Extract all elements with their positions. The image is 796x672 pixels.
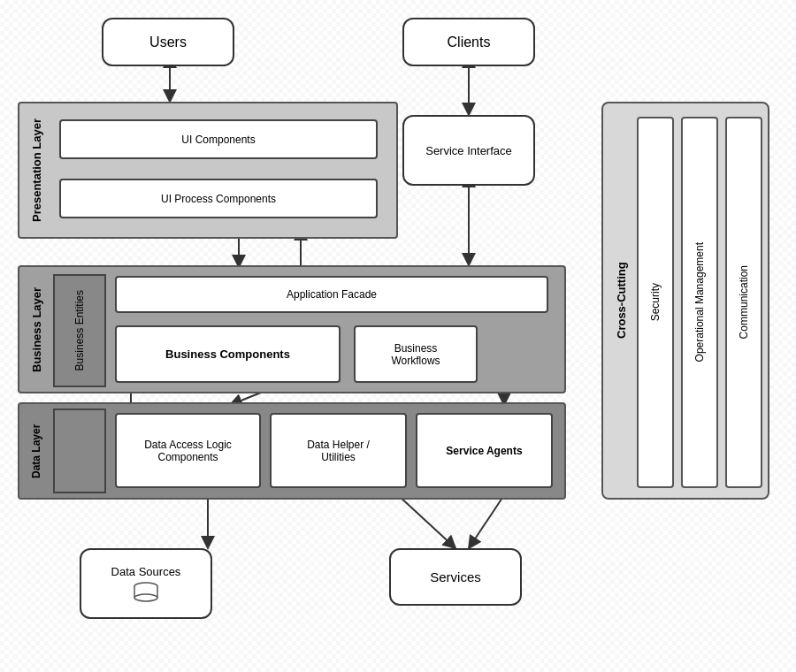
service-agents-box: Service Agents [416, 413, 553, 488]
communication-panel: Communication [725, 117, 762, 488]
services-box: Services [389, 548, 522, 606]
presentation-layer-label: Presentation Layer [23, 103, 50, 237]
business-workflows-label: Business Workflows [391, 342, 440, 367]
users-box: Users [102, 18, 234, 66]
business-entities-box: Business Entities [53, 274, 106, 387]
data-helper-box: Data Helper / Utilities [270, 413, 407, 488]
communication-label: Communication [738, 265, 750, 339]
service-interface-label: Service Interface [425, 144, 512, 157]
business-workflows-box: Business Workflows [354, 325, 478, 383]
business-components-label: Business Components [165, 347, 290, 361]
service-interface-box: Service Interface [402, 115, 535, 186]
application-facade-label: Application Facade [287, 288, 377, 301]
application-facade-box: Application Facade [115, 276, 548, 313]
presentation-layer: Presentation Layer UI Components UI Proc… [18, 102, 398, 239]
diagram-container: Users Clients Service Interface Presenta… [0, 0, 796, 672]
database-icon [133, 582, 159, 603]
data-helper-label: Data Helper / Utilities [307, 439, 370, 463]
data-sources-label: Data Sources [111, 565, 181, 578]
data-access-logic-box: Data Access Logic Components [115, 413, 261, 488]
operational-management-label: Operational Management [693, 242, 706, 362]
services-label: Services [430, 569, 481, 584]
business-layer: Business Layer Business Entities Applica… [18, 265, 566, 393]
data-access-logic-label: Data Access Logic Components [144, 439, 232, 463]
data-layer-label: Data Layer [23, 404, 50, 498]
clients-box: Clients [402, 18, 535, 66]
data-sources-box: Data Sources [80, 548, 212, 619]
users-label: Users [149, 34, 187, 50]
svg-point-16 [134, 594, 157, 601]
data-layer: Data Layer Data Access Logic Components … [18, 402, 566, 500]
ui-components-box: UI Components [59, 119, 378, 159]
clients-label: Clients [448, 34, 491, 50]
security-panel: Security [637, 117, 674, 488]
operational-management-panel: Operational Management [681, 117, 718, 488]
security-label: Security [649, 283, 662, 321]
business-entities-label: Business Entities [73, 290, 86, 370]
ui-process-components-label: UI Process Components [161, 193, 276, 205]
ui-process-components-box: UI Process Components [59, 179, 378, 218]
cross-cutting-label: Cross-Cutting [608, 103, 633, 498]
service-agents-label: Service Agents [446, 445, 522, 457]
business-entities-data-box [53, 409, 106, 493]
cross-cutting-container: Cross-Cutting Security Operational Manag… [601, 102, 769, 500]
business-layer-label: Business Layer [23, 267, 50, 392]
ui-components-label: UI Components [181, 134, 255, 146]
business-components-box: Business Components [115, 325, 341, 383]
